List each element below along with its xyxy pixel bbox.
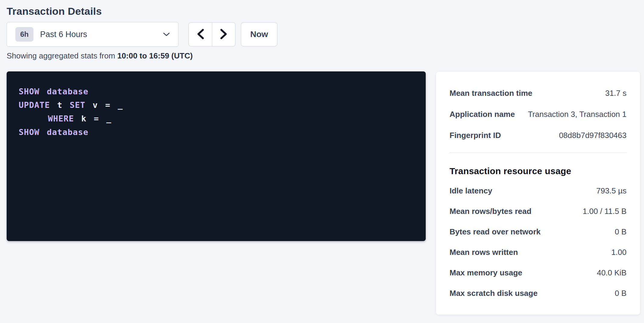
chevron-right-icon [220,29,228,40]
sql-line: SHOW database [19,85,417,98]
stat-value: 40.0 KiB [597,268,627,278]
transaction-details-card: Mean transaction time31.7 sApplication n… [436,71,640,315]
stat-row: Bytes read over network0 B [450,221,627,242]
stat-row: Max memory usage40.0 KiB [450,262,627,283]
summary-stats: Mean transaction time31.7 sApplication n… [450,83,627,146]
sql-line: WHERE k = _ [19,112,417,125]
stat-label: Mean rows written [450,248,518,257]
next-interval-button[interactable] [212,23,235,46]
stat-row: Max scratch disk usage0 B [450,283,627,303]
stat-label: Max scratch disk usage [450,289,538,298]
stat-value: 1.00 / 11.5 B [582,207,627,216]
stat-value: 793.5 µs [596,186,627,196]
stat-value: Transaction 3, Transaction 1 [528,110,627,119]
resource-usage-heading: Transaction resource usage [450,166,627,176]
chevron-down-icon [163,32,170,37]
stat-label: Idle latency [450,186,492,196]
time-step-group [188,22,235,46]
stat-label: Mean transaction time [450,89,532,98]
sql-code: SHOW databaseUPDATE t SET v = _ WHERE k … [19,85,417,139]
now-button[interactable]: Now [241,22,277,46]
stat-label: Bytes read over network [450,227,541,237]
stat-row: Idle latency793.5 µs [450,180,627,201]
stat-value: 0 B [615,227,627,237]
stat-value: 31.7 s [605,89,627,98]
stat-value: 1.00 [611,248,627,257]
stat-row: Mean rows/bytes read1.00 / 11.5 B [450,201,627,221]
chevron-left-icon [197,29,204,40]
stat-value: 08d8b7d97f830463 [559,131,627,140]
stat-row: Mean rows written1.00 [450,242,627,262]
sql-line: UPDATE t SET v = _ [19,98,417,112]
stat-label: Fingerprint ID [450,131,501,140]
sql-line: SHOW database [19,125,417,139]
time-range-label: Past 6 Hours [40,30,87,39]
resource-usage-stats: Idle latency793.5 µsMean rows/bytes read… [450,180,627,303]
stat-label: Mean rows/bytes read [450,207,532,216]
transaction-sql-panel: SHOW databaseUPDATE t SET v = _ WHERE k … [7,71,426,241]
previous-interval-button[interactable] [189,23,212,46]
transaction-details-page: Transaction Details 6h Past 6 Hours [0,0,644,323]
time-controls: 6h Past 6 Hours [7,22,644,47]
time-range-dropdown[interactable]: 6h Past 6 Hours [7,22,178,47]
page-title: Transaction Details [7,5,644,17]
aggregation-window-prefix: Showing aggregated stats from [7,51,117,60]
stat-value: 0 B [615,289,627,298]
time-range-badge: 6h [15,27,33,42]
stat-row: Application nameTransaction 3, Transacti… [450,104,627,125]
aggregation-window-range: 10:00 to 16:59 (UTC) [117,51,193,60]
aggregation-window-text: Showing aggregated stats from 10:00 to 1… [7,51,644,61]
card-divider [450,152,627,153]
stat-label: Application name [450,110,515,119]
content-row: SHOW databaseUPDATE t SET v = _ WHERE k … [7,71,644,315]
stat-row: Mean transaction time31.7 s [450,83,627,104]
stat-label: Max memory usage [450,268,522,278]
stat-row: Fingerprint ID08d8b7d97f830463 [450,125,627,146]
